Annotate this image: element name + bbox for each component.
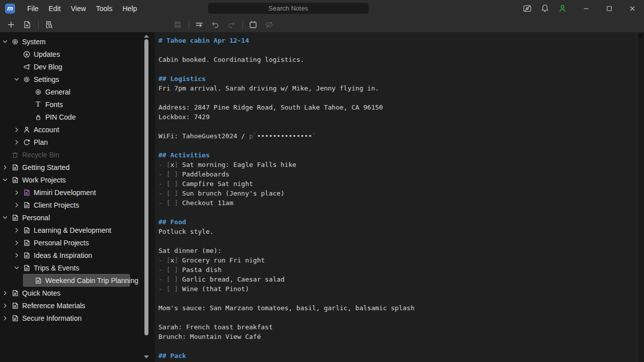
sidebar-item-personal[interactable]: Personal xyxy=(0,211,130,224)
redo-button[interactable] xyxy=(226,20,236,30)
menu-edit[interactable]: Edit xyxy=(44,3,66,15)
text-segment: Mom's sauce: San Marzano tomatoes, basil… xyxy=(158,304,415,312)
chevron-down-icon[interactable] xyxy=(12,261,22,274)
editor-line: Potluck style. xyxy=(158,227,637,236)
sidebar-item-dev-blog[interactable]: Dev Blog xyxy=(12,60,130,73)
sidebar-item-recycle-bin[interactable]: Recycle Bin xyxy=(0,148,130,161)
chevron-right-icon[interactable] xyxy=(0,299,11,312)
sidebar-item-label: Dev Blog xyxy=(34,63,62,71)
sidebar-item-plan[interactable]: Plan xyxy=(12,136,130,148)
chevron-right-icon[interactable] xyxy=(12,123,22,136)
sidebar-item-secure-information[interactable]: Secure Information xyxy=(0,312,130,324)
chevron-right-icon[interactable] xyxy=(12,224,22,236)
sidebar-item-system[interactable]: System xyxy=(0,35,130,48)
note-icon xyxy=(11,175,19,184)
scroll-up-arrow-icon[interactable] xyxy=(144,35,149,38)
sidebar-item-general[interactable]: General xyxy=(23,85,130,98)
note-icon xyxy=(11,301,19,310)
text-segment: Wine (that Pinot) xyxy=(182,285,249,293)
sidebar-item-label: Learning & Development xyxy=(34,226,111,234)
calendar-icon[interactable] xyxy=(248,20,258,30)
search-input[interactable] xyxy=(208,3,369,14)
menu-file[interactable]: File xyxy=(22,3,44,15)
new-note-icon[interactable] xyxy=(22,20,32,30)
editor-line xyxy=(158,93,637,103)
sidebar-item-updates[interactable]: Updates xyxy=(12,48,130,60)
note-icon xyxy=(11,163,19,171)
chevron-down-icon[interactable] xyxy=(0,35,11,48)
chevron-right-icon[interactable] xyxy=(12,199,22,211)
sidebar-item-reference-materials[interactable]: Reference Materials xyxy=(0,299,130,312)
hide-password-eye-off-icon[interactable] xyxy=(264,20,274,30)
chevron-spacer xyxy=(23,111,34,123)
chevron-spacer xyxy=(12,48,22,60)
app-logo-letter: m xyxy=(7,5,13,12)
sidebar-item-personal-projects[interactable]: Personal Projects xyxy=(12,236,130,249)
word-wrap-icon[interactable] xyxy=(194,20,204,30)
window-maximize-button[interactable] xyxy=(598,0,621,17)
chevron-right-icon[interactable] xyxy=(0,161,11,173)
sidebar-item-pin-code[interactable]: PIN Code xyxy=(23,111,130,123)
person-icon xyxy=(22,125,31,134)
chevron-down-icon[interactable] xyxy=(12,73,22,85)
undo-button[interactable] xyxy=(210,20,220,30)
app-logo-icon: m xyxy=(5,4,15,14)
account-status-icon[interactable] xyxy=(557,3,568,14)
text-segment: - [ ] xyxy=(158,276,182,283)
menu-tools[interactable]: Tools xyxy=(91,3,118,15)
sidebar-item-learning-development[interactable]: Learning & Development xyxy=(12,224,130,236)
sidebar-item-settings[interactable]: Settings xyxy=(12,73,130,85)
editor-scrollbar-thumb[interactable] xyxy=(639,33,643,37)
window-minimize-button[interactable] xyxy=(575,0,598,17)
main-area: SystemUpdatesDev BlogSettingsGeneralTFon… xyxy=(0,32,644,362)
sidebar-item-getting-started[interactable]: Getting Started xyxy=(0,161,130,173)
sidebar-item-label: PIN Code xyxy=(45,113,76,121)
sidebar-scrollbar-thumb[interactable] xyxy=(144,39,148,335)
notifications-bell-icon[interactable] xyxy=(539,3,550,14)
find-in-notes-icon[interactable] xyxy=(44,20,54,30)
sidebar-item-label: System xyxy=(22,38,46,46)
chevron-down-icon[interactable] xyxy=(0,211,11,224)
editor-line: Sat dinner (me): xyxy=(158,246,637,255)
note-editor[interactable]: # Tahoe cabin Apr 12-14 Cabin booked. Co… xyxy=(155,32,637,362)
trash-icon xyxy=(11,150,19,159)
scroll-down-arrow-icon[interactable] xyxy=(144,355,149,358)
sidebar-scrollbar[interactable] xyxy=(143,32,150,362)
sidebar-item-weekend-cabin-trip-planning[interactable]: Weekend Cabin Trip Planning xyxy=(23,274,130,287)
sidebar-item-client-projects[interactable]: Client Projects xyxy=(12,199,130,211)
menu-help[interactable]: Help xyxy=(117,3,142,15)
screen-capture-blocked-icon[interactable] xyxy=(522,3,533,14)
save-button[interactable] xyxy=(173,20,183,30)
chevron-right-icon[interactable] xyxy=(12,136,22,148)
sidebar-item-quick-notes[interactable]: Quick Notes xyxy=(0,287,130,299)
megaphone-icon xyxy=(22,62,31,71)
note-icon xyxy=(22,263,31,272)
sidebar-item-mimiri-development[interactable]: Mimiri Development xyxy=(12,186,130,199)
chevron-right-icon[interactable] xyxy=(12,186,22,199)
sidebar-item-ideas-inspiration[interactable]: Ideas & Inspiration xyxy=(12,249,130,261)
menu-view[interactable]: View xyxy=(66,3,91,15)
chevron-down-icon[interactable] xyxy=(0,173,11,186)
text-segment: # Tahoe cabin Apr 12-14 xyxy=(158,37,249,44)
chevron-right-icon[interactable] xyxy=(0,312,11,324)
sidebar-item-label: General xyxy=(45,88,70,96)
chevron-right-icon[interactable] xyxy=(12,249,22,261)
sidebar-item-fonts[interactable]: TFonts xyxy=(23,98,130,111)
editor-line: - [ ] Pasta dish xyxy=(158,265,637,275)
editor-line: ## Pack xyxy=(158,351,637,360)
chevron-right-icon[interactable] xyxy=(0,287,11,299)
note-icon xyxy=(22,238,31,247)
note-tree: SystemUpdatesDev BlogSettingsGeneralTFon… xyxy=(0,35,143,324)
titlebar-right xyxy=(522,0,644,17)
editor-line: - [ ] Campfire Sat night xyxy=(158,179,637,189)
sidebar-item-label: Quick Notes xyxy=(22,289,60,297)
add-note-button[interactable] xyxy=(6,20,16,30)
chevron-right-icon[interactable] xyxy=(12,236,22,249)
sidebar-item-account[interactable]: Account xyxy=(12,123,130,136)
sidebar-item-work-projects[interactable]: Work Projects xyxy=(0,173,130,186)
window-close-button[interactable] xyxy=(621,0,644,17)
sidebar-item-trips-events[interactable]: Trips & Events xyxy=(12,261,130,274)
editor-scrollbar[interactable] xyxy=(637,32,644,362)
sidebar-item-label: Secure Information xyxy=(22,314,82,322)
editor-line xyxy=(158,141,637,150)
